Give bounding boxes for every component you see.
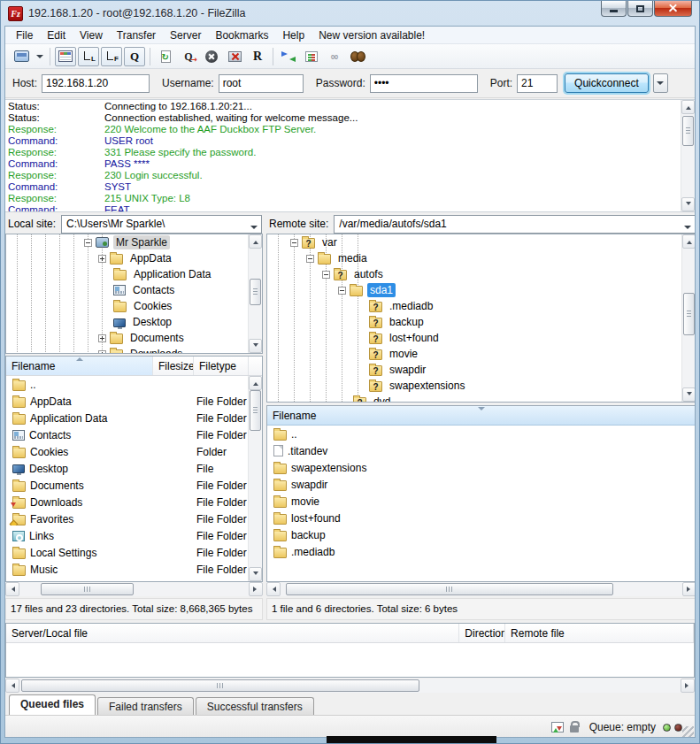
scroll-left-button[interactable] xyxy=(5,679,19,693)
log-scrollbar[interactable] xyxy=(681,100,695,211)
cancel-button[interactable] xyxy=(201,47,222,66)
collapse-icon[interactable] xyxy=(306,255,314,263)
list-row-music[interactable]: MusicFile Folder xyxy=(6,561,247,578)
list-row-[interactable]: .. xyxy=(6,376,247,393)
list-row-favorites[interactable]: FavoritesFile Folder xyxy=(6,510,247,527)
menu-item-help[interactable]: Help xyxy=(275,27,312,43)
tab-successful-transfers[interactable]: Successful transfers xyxy=(196,697,314,715)
expand-icon[interactable] xyxy=(98,350,106,354)
tree-item-lost-found[interactable]: lost+found xyxy=(267,330,681,346)
list-row-links[interactable]: LinksFile Folder xyxy=(6,527,247,544)
scroll-down-button[interactable] xyxy=(249,339,262,353)
local-horizontal-scrollbar[interactable] xyxy=(5,582,263,596)
expand-icon[interactable] xyxy=(98,334,106,342)
find-files-button[interactable] xyxy=(347,47,368,66)
collapse-icon[interactable] xyxy=(322,271,330,279)
list-row-desktop[interactable]: DesktopFile xyxy=(6,460,247,477)
scroll-thumb[interactable] xyxy=(683,293,695,335)
disconnect-button[interactable] xyxy=(224,47,245,66)
process-queue-button[interactable]: Q xyxy=(178,47,199,66)
scroll-left-button[interactable] xyxy=(5,582,19,596)
port-input[interactable] xyxy=(517,74,558,93)
collapse-icon[interactable] xyxy=(338,287,346,295)
scroll-track[interactable] xyxy=(682,249,696,387)
scroll-track[interactable] xyxy=(19,679,681,693)
scroll-thumb[interactable] xyxy=(250,390,261,431)
menu-item-file[interactable]: File xyxy=(9,27,40,43)
remote-horizontal-scrollbar[interactable] xyxy=(266,582,696,596)
tree-item-backup[interactable]: backup xyxy=(267,314,681,330)
list-row-appdata[interactable]: AppDataFile Folder xyxy=(6,393,247,410)
tree-item-var[interactable]: var xyxy=(267,234,681,250)
scroll-track[interactable] xyxy=(681,114,695,197)
remote-column-header-filename[interactable]: Filename xyxy=(267,406,696,425)
scroll-up-button[interactable] xyxy=(249,376,262,390)
tree-item-mr-sparkle[interactable]: Mr Sparkle xyxy=(6,234,247,250)
scroll-down-button[interactable] xyxy=(682,387,696,402)
scroll-left-button[interactable] xyxy=(266,582,281,596)
list-row-documents[interactable]: DocumentsFile Folder xyxy=(6,477,247,494)
tree-item-swapdir[interactable]: swapdir xyxy=(267,362,681,378)
tree-item-documents[interactable]: Documents xyxy=(6,330,247,346)
scroll-up-button[interactable] xyxy=(682,234,696,249)
menu-item-edit[interactable]: Edit xyxy=(40,27,73,43)
local-column-header-filename[interactable]: Filename xyxy=(6,357,153,375)
toggle-transfer-queue-button[interactable]: Q xyxy=(124,47,145,66)
list-row-movie[interactable]: movie xyxy=(267,493,696,510)
menu-item-server[interactable]: Server xyxy=(163,27,208,43)
expand-icon[interactable] xyxy=(98,255,106,263)
scroll-track[interactable] xyxy=(19,582,249,596)
tree-item-mediadb[interactable]: .mediadb xyxy=(267,298,681,314)
remote-site-combo[interactable]: /var/media/autofs/sda1 xyxy=(334,215,696,234)
local-column-header-filesize[interactable]: Filesize xyxy=(153,357,194,375)
menu-item-transfer[interactable]: Transfer xyxy=(110,27,163,43)
minimize-button[interactable] xyxy=(601,1,627,17)
site-manager-dropdown-button[interactable] xyxy=(34,47,45,66)
toggle-local-tree-button[interactable] xyxy=(78,47,99,66)
scroll-right-button[interactable] xyxy=(681,679,695,693)
list-row-swapdir[interactable]: swapdir xyxy=(267,476,696,493)
list-row-backup[interactable]: backup xyxy=(267,526,696,543)
synchronized-browsing-button[interactable] xyxy=(301,47,322,66)
scroll-track[interactable] xyxy=(281,582,682,596)
scroll-track[interactable] xyxy=(249,249,262,339)
scroll-thumb[interactable] xyxy=(21,679,419,692)
scroll-thumb[interactable] xyxy=(41,583,134,595)
queue-column-header-server-local-file[interactable]: Server/Local file xyxy=(6,624,459,642)
tree-item-contacts[interactable]: Contacts xyxy=(6,282,247,298)
resize-grip-icon[interactable] xyxy=(682,726,694,738)
menu-item-new-version-available[interactable]: New version available! xyxy=(312,27,432,43)
scroll-up-button[interactable] xyxy=(681,100,695,114)
tree-item-appdata[interactable]: AppData xyxy=(6,250,247,266)
list-row-lost-found[interactable]: lost+found xyxy=(267,510,696,526)
password-input[interactable] xyxy=(370,74,478,93)
username-input[interactable] xyxy=(219,74,304,93)
scroll-right-button[interactable] xyxy=(249,582,263,596)
tree-item-cookies[interactable]: Cookies xyxy=(6,298,247,314)
queue-column-header-remote-file[interactable]: Remote file xyxy=(505,624,694,642)
tree-item-application-data[interactable]: Application Data xyxy=(6,266,247,282)
remote-tree-scrollbar[interactable] xyxy=(681,234,696,402)
maximize-button[interactable] xyxy=(627,1,653,17)
list-row-contacts[interactable]: ContactsFile Folder xyxy=(6,426,247,443)
tree-item-autofs[interactable]: autofs xyxy=(267,266,681,282)
list-row-cookies[interactable]: CookiesFolder xyxy=(6,443,247,460)
scroll-right-button[interactable] xyxy=(682,582,696,596)
unencrypted-icon[interactable] xyxy=(570,725,579,732)
local-list-scrollbar[interactable] xyxy=(248,376,262,581)
site-manager-button[interactable] xyxy=(11,47,32,66)
scroll-down-button[interactable] xyxy=(681,197,695,211)
host-input[interactable] xyxy=(42,74,150,93)
queue-horizontal-scrollbar[interactable] xyxy=(5,679,695,693)
local-column-header-filetype[interactable]: Filetype xyxy=(194,357,249,375)
list-row-swapextensions[interactable]: swapextensions xyxy=(267,459,696,476)
scroll-track[interactable] xyxy=(249,390,262,567)
speed-limits-icon[interactable] xyxy=(551,722,564,732)
toggle-message-log-button[interactable] xyxy=(55,47,76,66)
tree-item-downloads[interactable]: Downloads xyxy=(6,346,247,353)
scroll-thumb[interactable] xyxy=(682,116,694,146)
tree-item-movie[interactable]: movie xyxy=(267,346,681,362)
reconnect-button[interactable]: R xyxy=(247,47,268,66)
scroll-down-button[interactable] xyxy=(249,567,262,581)
collapse-icon[interactable] xyxy=(290,239,298,247)
